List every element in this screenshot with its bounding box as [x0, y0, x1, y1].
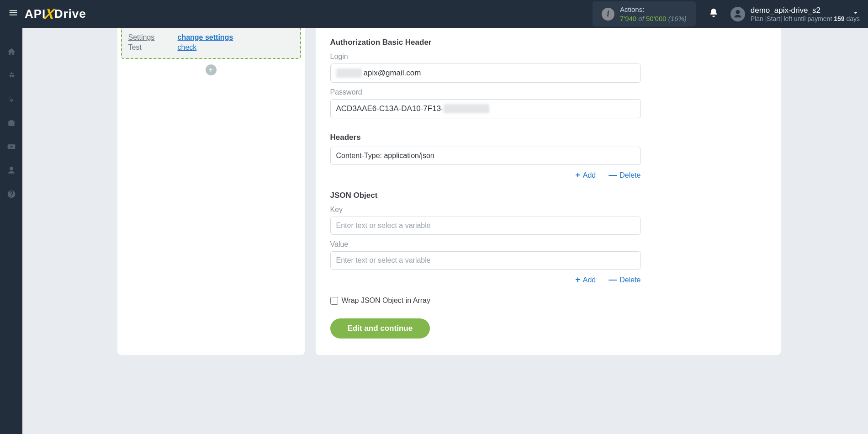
actions-total: 50'000 [646, 15, 667, 22]
wrap-json-checkbox[interactable] [330, 297, 338, 305]
youtube-icon[interactable] [6, 141, 17, 152]
lp-label-settings: Settings [128, 33, 165, 42]
headers-title: Headers [330, 133, 762, 142]
lp-row-test: Test check [128, 42, 294, 53]
password-value: ACD3AAE6-C13A-DA10-7F13- [336, 104, 444, 113]
minus-icon: — [609, 275, 617, 285]
menu-toggle[interactable] [8, 8, 18, 21]
auth-header-title: Authorization Basic Header [330, 38, 762, 47]
password-input[interactable]: ACD3AAE6-C13A-DA10-7F13- [330, 99, 641, 118]
home-icon[interactable] [6, 46, 17, 57]
user-text: demo_apix-drive_s2 Plan |Start| left unt… [751, 6, 860, 22]
lp-label-test: Test [128, 43, 165, 52]
password-label: Password [330, 88, 762, 96]
lp-link-check[interactable]: check [178, 43, 197, 52]
left-panel: Settings change settings Test check + [117, 28, 305, 355]
json-add-button[interactable]: +Add [575, 275, 596, 285]
lp-link-change-settings[interactable]: change settings [178, 33, 233, 42]
actions-counter[interactable]: i Actions: 7'940 of 50'000 (16%) [593, 1, 696, 26]
user-menu[interactable]: demo_apix-drive_s2 Plan |Start| left unt… [730, 6, 860, 22]
value-label: Value [330, 240, 762, 249]
actions-used: 7'940 [620, 15, 636, 22]
logo-part1: API [25, 7, 46, 21]
dollar-icon[interactable] [6, 94, 17, 105]
json-delete-button[interactable]: —Delete [609, 275, 640, 285]
lp-row-settings: Settings change settings [128, 32, 294, 42]
key-input[interactable] [330, 217, 641, 235]
json-actions: +Add —Delete [330, 275, 641, 285]
briefcase-icon[interactable] [6, 117, 17, 128]
login-value: apix@gmail.com [364, 69, 421, 78]
edit-continue-button[interactable]: Edit and continue [330, 318, 430, 339]
password-redacted [444, 104, 489, 113]
actions-text: Actions: 7'940 of 50'000 (16%) [620, 5, 687, 23]
value-input[interactable] [330, 251, 641, 270]
actions-label: Actions: [620, 5, 687, 14]
wrap-json-label: Wrap JSON Object in Array [342, 296, 430, 305]
headers-input[interactable] [330, 147, 641, 165]
minus-icon: — [609, 170, 617, 180]
login-input[interactable]: apix@gmail.com [330, 64, 641, 83]
headers-actions: +Add —Delete [330, 170, 641, 180]
sitemap-icon[interactable] [6, 70, 17, 81]
login-redacted [336, 69, 362, 78]
avatar-icon [730, 7, 745, 21]
chevron-down-icon[interactable] [852, 9, 860, 19]
main: Settings change settings Test check + Au… [22, 28, 868, 369]
login-label: Login [330, 53, 762, 61]
user-plan: Plan |Start| left until payment 159 days [751, 15, 860, 22]
user-icon[interactable] [6, 165, 17, 176]
user-name: demo_apix-drive_s2 [751, 6, 860, 15]
left-rail [0, 28, 22, 369]
logo-part3: Drive [54, 7, 86, 21]
key-label: Key [330, 206, 762, 214]
plus-icon: + [575, 275, 580, 285]
plus-icon: + [575, 170, 580, 180]
headers-delete-button[interactable]: —Delete [609, 170, 640, 180]
add-step-button[interactable]: + [206, 64, 217, 75]
bell-icon[interactable] [709, 8, 719, 21]
topbar: API X Drive i Actions: 7'940 of 50'000 (… [0, 0, 868, 28]
form-panel: Authorization Basic Header Login apix@gm… [316, 28, 781, 355]
help-icon[interactable] [6, 189, 17, 200]
logo[interactable]: API X Drive [25, 5, 86, 22]
headers-add-button[interactable]: +Add [575, 170, 596, 180]
wrap-json-row[interactable]: Wrap JSON Object in Array [330, 296, 762, 305]
json-object-title: JSON Object [330, 191, 762, 200]
info-icon: i [602, 8, 614, 21]
